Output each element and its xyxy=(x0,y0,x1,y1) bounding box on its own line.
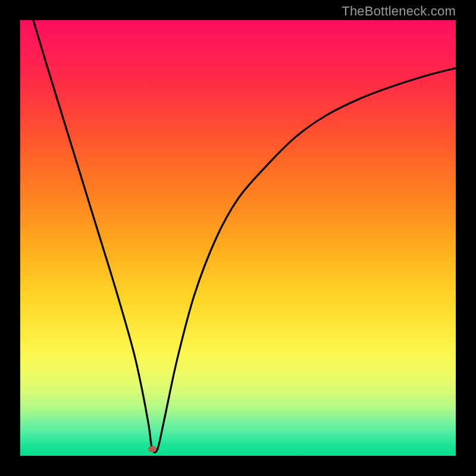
optimum-marker xyxy=(148,446,156,452)
chart-frame: TheBottleneck.com xyxy=(0,0,476,476)
watermark-text: TheBottleneck.com xyxy=(342,4,456,19)
bottleneck-curve xyxy=(20,20,456,456)
plot-area xyxy=(20,20,456,456)
curve-path xyxy=(33,20,456,452)
